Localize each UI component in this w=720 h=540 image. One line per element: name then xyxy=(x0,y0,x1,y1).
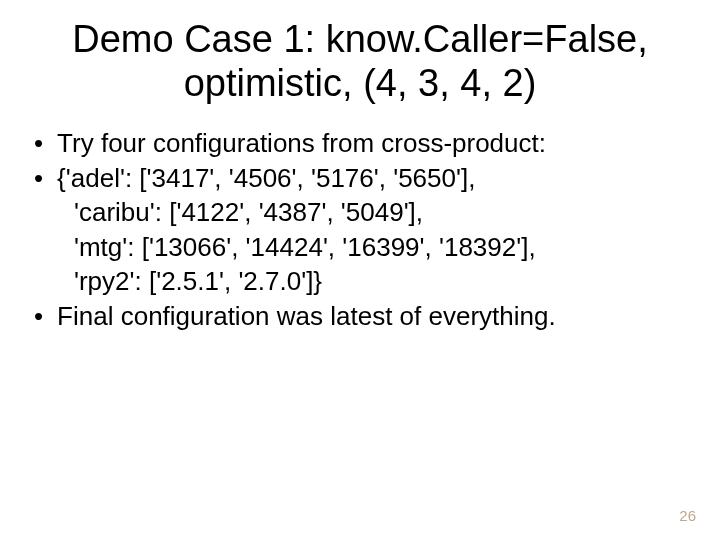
bullet-dot-icon: • xyxy=(34,300,43,333)
bullet-2-cont-3: 'rpy2': ['2.5.1', '2.7.0']} xyxy=(74,265,690,298)
title-line-1: Demo Case 1: know.Caller=False, xyxy=(72,18,648,60)
page-number: 26 xyxy=(679,507,696,524)
slide: Demo Case 1: know.Caller=False, optimist… xyxy=(0,0,720,540)
bullet-2-text: {'adel': ['3417', '4506', '5176', '5650'… xyxy=(57,162,690,195)
bullet-dot-icon: • xyxy=(34,127,43,160)
bullet-dot-icon: • xyxy=(34,162,43,195)
bullet-1-text: Try four configurations from cross-produ… xyxy=(57,127,690,160)
slide-body: • Try four configurations from cross-pro… xyxy=(0,115,720,332)
bullet-2-cont-1: 'caribu': ['4122', '4387', '5049'], xyxy=(74,196,690,229)
bullet-1: • Try four configurations from cross-pro… xyxy=(30,127,690,160)
bullet-3-text: Final configuration was latest of everyt… xyxy=(57,300,690,333)
bullet-2: • {'adel': ['3417', '4506', '5176', '565… xyxy=(30,162,690,195)
bullet-3: • Final configuration was latest of ever… xyxy=(30,300,690,333)
title-line-2: optimistic, (4, 3, 4, 2) xyxy=(184,62,537,104)
bullet-2-cont-2: 'mtg': ['13066', '14424', '16399', '1839… xyxy=(74,231,690,264)
slide-title: Demo Case 1: know.Caller=False, optimist… xyxy=(0,0,720,115)
